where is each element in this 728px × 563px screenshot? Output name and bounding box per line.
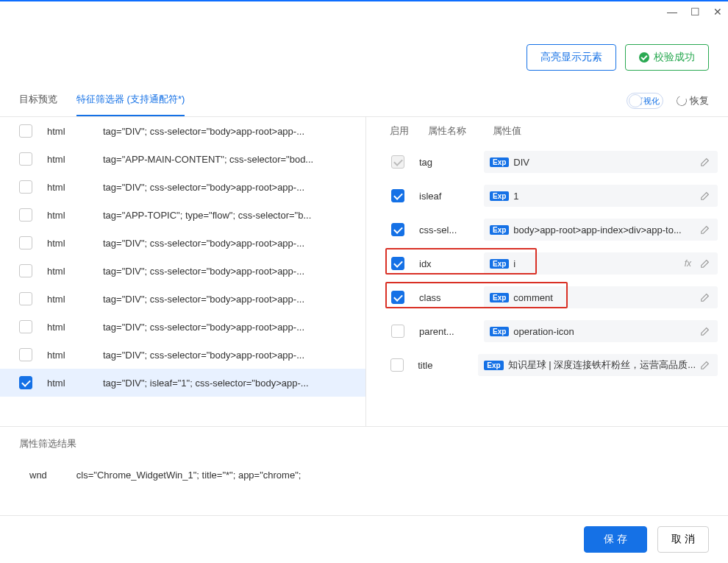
- row-checkbox[interactable]: [19, 208, 32, 222]
- visual-toggle[interactable]: 可视化: [627, 93, 663, 109]
- row-checkbox[interactable]: [19, 320, 32, 333]
- property-value-field[interactable]: Exp1: [484, 185, 718, 207]
- property-value-text: 知识星球 | 深度连接铁杆粉丝，运营高品质...: [508, 358, 696, 372]
- property-enable-checkbox[interactable]: [391, 189, 404, 202]
- validate-label: 校验成功: [654, 51, 695, 64]
- property-enable-checkbox[interactable]: [391, 257, 404, 270]
- row-description: tag="DIV"; css-selector="body>app-root>a…: [103, 266, 354, 277]
- row-type: html: [47, 322, 88, 333]
- col-name-header: 属性名称: [428, 124, 479, 138]
- row-description: tag="DIV"; css-selector="body>app-root>a…: [103, 182, 354, 193]
- property-row: idxExpifx: [374, 247, 728, 280]
- edit-icon[interactable]: [700, 292, 710, 302]
- maximize-icon[interactable]: ☐: [690, 6, 700, 18]
- cancel-button[interactable]: 取 消: [657, 526, 709, 553]
- property-name: class: [419, 292, 471, 303]
- property-name: tag: [419, 157, 471, 168]
- property-value-field[interactable]: Expbody>app-root>app-index>div>app-to...: [484, 219, 718, 241]
- exp-badge: Exp: [490, 293, 509, 302]
- selector-row[interactable]: htmltag="APP-MAIN-CONTENT"; css-selector…: [0, 145, 365, 173]
- row-type: html: [47, 378, 88, 389]
- property-value-field[interactable]: Expcomment: [484, 286, 718, 308]
- row-type: html: [47, 294, 88, 305]
- tab-target-preview[interactable]: 目标预览: [19, 85, 57, 116]
- close-icon[interactable]: ✕: [713, 6, 722, 18]
- property-header-row: 启用 属性名称 属性值: [374, 117, 728, 145]
- property-value-field[interactable]: Expifx: [484, 252, 718, 275]
- fx-icon[interactable]: fx: [685, 258, 691, 269]
- tab-feature-filter[interactable]: 特征筛选器 (支持通配符*): [76, 85, 185, 116]
- property-row: parent...Expoperation-icon: [374, 314, 728, 348]
- row-checkbox[interactable]: [19, 152, 32, 166]
- row-description: tag="DIV"; css-selector="body>app-root>a…: [103, 126, 354, 137]
- property-name: parent...: [419, 326, 471, 337]
- property-value-text: comment: [513, 292, 696, 303]
- row-checkbox[interactable]: [19, 180, 32, 194]
- edit-icon[interactable]: [700, 258, 710, 269]
- selector-row[interactable]: htmltag="DIV"; css-selector="body>app-ro…: [0, 313, 365, 341]
- property-value-field[interactable]: Exp知识星球 | 深度连接铁杆粉丝，运营高品质...: [478, 354, 718, 376]
- property-value-text: operation-icon: [513, 326, 696, 337]
- property-name: idx: [419, 258, 471, 269]
- property-row: titleExp知识星球 | 深度连接铁杆粉丝，运营高品质...: [374, 348, 728, 382]
- edit-icon[interactable]: [700, 191, 710, 201]
- property-value-text: i: [513, 258, 679, 269]
- row-checkbox[interactable]: [19, 124, 32, 138]
- property-enable-checkbox[interactable]: [391, 291, 404, 304]
- row-checkbox[interactable]: [19, 348, 32, 361]
- selector-tree-pane[interactable]: htmltag="DIV"; css-selector="body>app-ro…: [0, 117, 366, 426]
- check-circle-icon: [639, 52, 649, 63]
- row-type: html: [47, 350, 88, 361]
- restore-button[interactable]: 恢复: [677, 94, 709, 107]
- property-value-field[interactable]: ExpDIV: [484, 151, 718, 173]
- row-type: html: [47, 266, 88, 277]
- edit-icon[interactable]: [700, 224, 710, 235]
- header-actions: 高亮显示元素 校验成功: [0, 22, 728, 85]
- selector-row[interactable]: htmltag="DIV"; css-selector="body>app-ro…: [0, 117, 365, 145]
- property-value-field[interactable]: Expoperation-icon: [484, 320, 718, 342]
- selector-row[interactable]: htmltag="DIV"; css-selector="body>app-ro…: [0, 341, 365, 369]
- property-enable-checkbox[interactable]: [391, 325, 404, 338]
- row-checkbox[interactable]: [19, 264, 32, 277]
- edit-icon[interactable]: [700, 157, 710, 167]
- save-button[interactable]: 保 存: [584, 526, 647, 553]
- properties-pane[interactable]: 启用 属性名称 属性值 tagExpDIVisleafExp1css-sel..…: [366, 117, 728, 426]
- col-enable-header: 启用: [390, 124, 415, 138]
- row-type: html: [47, 182, 88, 193]
- row-checkbox[interactable]: [19, 236, 32, 249]
- col-value-header: 属性值: [493, 124, 716, 138]
- footer: 保 存 取 消: [0, 515, 728, 563]
- property-name: isleaf: [419, 191, 471, 202]
- window-titlebar: — ☐ ✕: [0, 0, 728, 22]
- property-enable-checkbox[interactable]: [391, 223, 404, 236]
- selector-row[interactable]: htmltag="DIV"; css-selector="body>app-ro…: [0, 257, 365, 285]
- property-list: tagExpDIVisleafExp1css-sel...Expbody>app…: [374, 145, 728, 382]
- selector-row[interactable]: htmltag="DIV"; css-selector="body>app-ro…: [0, 285, 365, 313]
- edit-icon[interactable]: [700, 326, 710, 336]
- exp-badge: Exp: [490, 259, 509, 269]
- row-checkbox[interactable]: [19, 376, 32, 389]
- property-enable-checkbox[interactable]: [391, 155, 404, 169]
- row-checkbox[interactable]: [19, 292, 32, 305]
- selector-row[interactable]: htmltag="APP-TOPIC"; type="flow"; css-se…: [0, 201, 365, 229]
- selector-row[interactable]: htmltag="DIV"; isleaf="1"; css-selector=…: [0, 369, 365, 397]
- minimize-icon[interactable]: —: [667, 6, 677, 18]
- highlight-element-button[interactable]: 高亮显示元素: [527, 44, 616, 71]
- result-label: wnd: [29, 470, 47, 481]
- property-enable-checkbox[interactable]: [390, 358, 404, 372]
- row-description: tag="DIV"; css-selector="body>app-root>a…: [103, 238, 354, 249]
- edit-icon[interactable]: [700, 360, 710, 370]
- property-value-text: 1: [513, 191, 696, 202]
- row-description: tag="APP-MAIN-CONTENT"; css-selector="bo…: [103, 154, 354, 165]
- result-value: cls="Chrome_WidgetWin_1"; title="*"; app…: [76, 470, 301, 481]
- row-description: tag="DIV"; isleaf="1"; css-selector="bod…: [103, 378, 354, 389]
- filter-result-section: 属性筛选结果 wnd cls="Chrome_WidgetWin_1"; tit…: [0, 426, 728, 495]
- result-row: wnd cls="Chrome_WidgetWin_1"; title="*";…: [19, 455, 709, 495]
- selector-row[interactable]: htmltag="DIV"; css-selector="body>app-ro…: [0, 229, 365, 257]
- validate-success-button[interactable]: 校验成功: [625, 44, 709, 71]
- row-type: html: [47, 126, 88, 137]
- property-value-text: body>app-root>app-index>div>app-to...: [513, 224, 696, 236]
- selector-row[interactable]: htmltag="DIV"; css-selector="body>app-ro…: [0, 173, 365, 201]
- tabs-right-controls: 可视化 恢复: [627, 93, 709, 109]
- exp-badge: Exp: [490, 191, 509, 201]
